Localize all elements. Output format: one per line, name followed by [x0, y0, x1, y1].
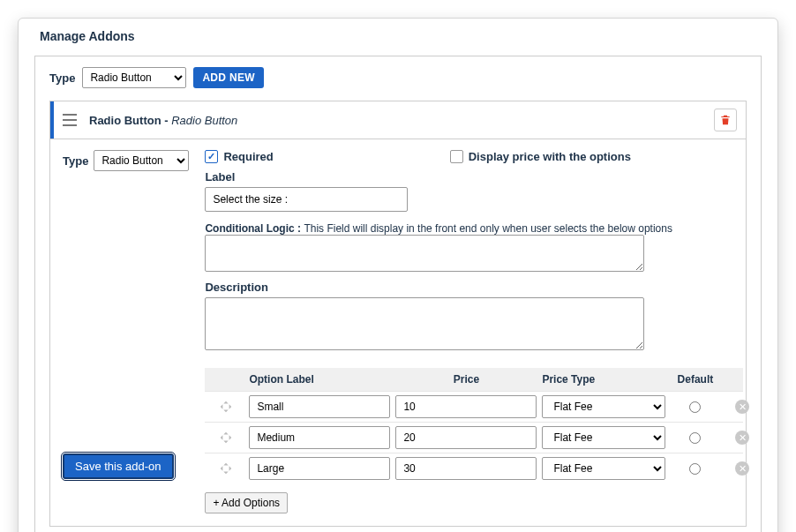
- description-label: Description: [205, 281, 743, 294]
- reorder-handle-icon[interactable]: [63, 114, 77, 126]
- inner-type-label: Type: [63, 154, 88, 168]
- add-new-button[interactable]: ADD NEW: [193, 67, 263, 88]
- col-option-label: Option Label: [249, 373, 390, 386]
- option-price-type-select[interactable]: Flat Fee: [542, 426, 665, 449]
- addon-item: Radio Button - Radio Button Type Radio B…: [49, 101, 747, 527]
- add-options-button[interactable]: + Add Options: [205, 492, 288, 513]
- col-price: Price: [395, 373, 537, 386]
- option-price-input[interactable]: [395, 457, 537, 480]
- conditional-logic-label: Conditional Logic :: [205, 222, 304, 235]
- manage-addons-panel: Manage Addons Type Radio Button ADD NEW …: [18, 18, 778, 532]
- option-row: Flat Fee ✕: [205, 391, 743, 422]
- option-default-radio[interactable]: [689, 432, 701, 444]
- option-label-input[interactable]: [249, 395, 390, 418]
- page-title: Manage Addons: [40, 29, 762, 43]
- type-label: Type: [49, 71, 75, 85]
- required-label: Required: [223, 150, 273, 163]
- trash-icon: [719, 114, 732, 126]
- required-checkbox[interactable]: ✓: [205, 150, 218, 163]
- option-label-input[interactable]: [249, 426, 390, 449]
- drag-handle-icon[interactable]: [218, 399, 234, 415]
- save-addon-button[interactable]: Save this add-on: [63, 453, 174, 479]
- delete-addon-button[interactable]: [714, 109, 737, 131]
- description-input[interactable]: [205, 297, 644, 350]
- addon-item-header[interactable]: Radio Button - Radio Button: [50, 101, 746, 139]
- option-remove-button[interactable]: ✕: [735, 431, 749, 445]
- drag-handle-icon[interactable]: [218, 430, 234, 446]
- option-price-type-select[interactable]: Flat Fee: [542, 457, 665, 480]
- display-price-checkbox[interactable]: [450, 150, 463, 163]
- drag-handle-icon[interactable]: [218, 461, 234, 476]
- addon-item-title: Radio Button - Radio Button: [89, 114, 237, 127]
- options-table: Option Label Price Price Type Default Fl…: [205, 368, 743, 483]
- option-price-input[interactable]: [395, 426, 537, 449]
- option-price-type-select[interactable]: Flat Fee: [542, 395, 665, 418]
- display-price-label: Display price with the options: [469, 150, 631, 163]
- label-field-label: Label: [205, 170, 743, 184]
- option-default-radio[interactable]: [689, 401, 701, 413]
- option-row: Flat Fee ✕: [205, 453, 743, 483]
- option-remove-button[interactable]: ✕: [735, 461, 749, 476]
- inner-type-select[interactable]: Radio Button: [94, 150, 189, 171]
- conditional-logic-input[interactable]: [205, 235, 644, 272]
- label-input[interactable]: [205, 187, 408, 212]
- option-price-input[interactable]: [395, 395, 537, 418]
- option-label-input[interactable]: [249, 457, 390, 480]
- addons-container: Type Radio Button ADD NEW Radio Button -…: [34, 56, 762, 532]
- option-remove-button[interactable]: ✕: [735, 400, 749, 414]
- type-select[interactable]: Radio Button: [82, 67, 186, 88]
- col-default: Default: [671, 373, 719, 386]
- option-row: Flat Fee ✕: [205, 422, 743, 453]
- col-price-type: Price Type: [542, 373, 665, 386]
- option-default-radio[interactable]: [689, 463, 701, 475]
